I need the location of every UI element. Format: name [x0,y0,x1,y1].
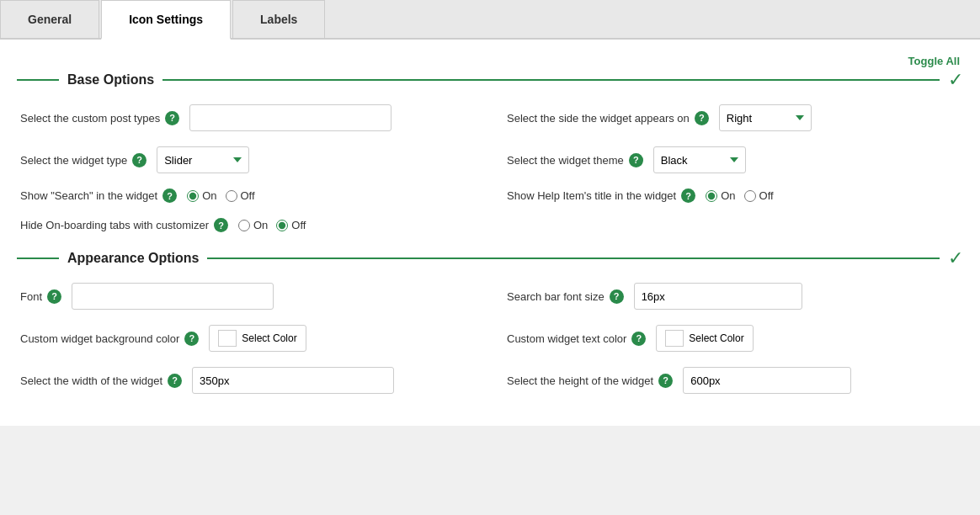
hide-onboarding-label: Hide On-boarding tabs with customizer [20,219,209,231]
base-options-line-right [162,79,940,81]
hide-onboarding-off-radio[interactable] [276,220,288,231]
row-bg-color-text-color: Custom widget background color ? Select … [20,325,960,352]
font-input[interactable] [72,283,274,310]
search-font-size-help-icon[interactable]: ? [610,289,624,304]
show-help-title-help-icon[interactable]: ? [681,188,695,203]
text-color-btn-label: Select Color [689,332,743,344]
widget-theme-select[interactable]: Black White Green [653,146,746,173]
font-label: Font [20,290,42,303]
show-help-title-on-label[interactable]: On [706,189,735,202]
field-bg-color: Custom widget background color ? Select … [20,325,473,352]
hide-onboarding-on-label[interactable]: On [238,219,268,231]
height-help-icon[interactable]: ? [658,374,673,388]
base-options-body: Select the custom post types ? Select th… [17,104,963,232]
tab-icon-settings[interactable]: Icon Settings [101,0,231,40]
row-width-height: Select the width of the widget ? Select … [20,367,960,394]
tab-labels[interactable]: Labels [232,0,325,38]
row-custom-post-widget-side: Select the custom post types ? Select th… [20,104,960,131]
appearance-options-line-left [17,258,59,259]
field-font: Font ? [20,283,473,310]
field-custom-post-types: Select the custom post types ? [20,104,473,131]
field-height: Select the height of the widget ? [507,367,960,394]
base-options-title: Base Options [67,72,154,88]
row-hide-onboarding: Hide On-boarding tabs with customizer ? … [20,218,960,232]
appearance-options-header: Appearance Options ✓ [17,247,963,269]
custom-post-types-help-icon[interactable]: ? [165,111,179,125]
appearance-options-title: Appearance Options [67,251,199,266]
search-font-size-label: Search bar font size [507,290,605,303]
field-widget-side: Select the side the widget appears on ? … [507,104,960,131]
show-search-off-radio[interactable] [226,190,237,202]
width-label: Select the width of the widget [20,374,162,387]
field-search-font-size: Search bar font size ? [507,283,960,310]
font-help-icon[interactable]: ? [47,289,61,304]
search-font-size-input[interactable] [634,283,802,310]
row-show-search-help-title: Show "Search" in the widget ? On Off Sho… [20,188,960,203]
widget-type-select[interactable]: Slider Tab Button [157,146,249,173]
widget-side-help-icon[interactable]: ? [695,111,709,125]
tab-general[interactable]: General [0,0,99,38]
bg-color-help-icon[interactable]: ? [184,332,199,346]
show-help-title-off-radio[interactable] [744,190,756,202]
show-search-off-label[interactable]: Off [226,189,255,202]
bg-color-label: Custom widget background color [20,332,179,345]
text-color-label: Custom widget text color [507,332,626,345]
show-search-off-text: Off [241,189,255,202]
appearance-options-chevron[interactable]: ✓ [948,247,963,269]
hide-onboarding-on-radio[interactable] [238,220,250,231]
tabs-bar: General Icon Settings Labels [0,0,980,40]
custom-post-types-input[interactable] [189,104,391,131]
custom-post-types-label: Select the custom post types [20,112,160,125]
show-search-on-label[interactable]: On [187,189,216,202]
show-help-title-off-label[interactable]: Off [744,189,774,202]
show-search-on-text: On [202,189,216,202]
show-search-label: Show "Search" in the widget [20,189,157,202]
appearance-options-body: Font ? Search bar font size ? Custom wid… [17,283,963,394]
toggle-all-row: Toggle All [17,48,963,69]
base-options-header: Base Options ✓ [17,69,963,91]
height-input[interactable] [683,367,851,394]
row-widget-type-theme: Select the widget type ? Slider Tab Butt… [20,146,960,173]
widget-theme-label: Select the widget theme [507,154,624,167]
widget-theme-help-icon[interactable]: ? [629,153,643,167]
row-font-search-size: Font ? Search bar font size ? [20,283,960,310]
show-help-title-label: Show Help Item's title in the widget [507,189,676,202]
text-color-swatch [665,330,684,347]
text-color-button[interactable]: Select Color [656,325,753,352]
show-help-title-on-text: On [721,189,735,202]
show-search-help-icon[interactable]: ? [162,188,177,203]
widget-type-label: Select the widget type [20,154,127,167]
field-width: Select the width of the widget ? [20,367,473,394]
field-widget-theme: Select the widget theme ? Black White Gr… [507,146,960,173]
field-show-search: Show "Search" in the widget ? On Off [20,188,473,203]
field-hide-onboarding: Hide On-boarding tabs with customizer ? … [20,218,473,232]
show-help-title-on-radio[interactable] [706,190,717,202]
field-show-help-title: Show Help Item's title in the widget ? O… [507,188,960,203]
text-color-help-icon[interactable]: ? [631,332,646,346]
main-content: Toggle All Base Options ✓ Select the cus… [0,40,980,426]
bg-color-btn-label: Select Color [242,332,296,344]
hide-onboarding-on-text: On [253,219,268,231]
base-options-chevron[interactable]: ✓ [948,69,963,91]
hide-onboarding-off-text: Off [291,219,306,231]
appearance-options-line-right [207,258,940,259]
bg-color-button[interactable]: Select Color [209,325,306,352]
show-help-title-off-text: Off [759,189,774,202]
hide-onboarding-help-icon[interactable]: ? [214,218,228,232]
widget-type-help-icon[interactable]: ? [132,153,146,167]
field-text-color: Custom widget text color ? Select Color [507,325,960,352]
widget-side-select[interactable]: Left Right [719,104,812,131]
width-input[interactable] [192,367,394,394]
base-options-line-left [17,79,59,81]
field-widget-type: Select the widget type ? Slider Tab Butt… [20,146,473,173]
width-help-icon[interactable]: ? [168,374,182,388]
toggle-all-link[interactable]: Toggle All [908,55,960,67]
widget-side-label: Select the side the widget appears on [507,112,690,125]
hide-onboarding-off-label[interactable]: Off [276,219,306,231]
height-label: Select the height of the widget [507,374,653,387]
bg-color-swatch [218,330,237,347]
show-search-on-radio[interactable] [187,190,199,202]
